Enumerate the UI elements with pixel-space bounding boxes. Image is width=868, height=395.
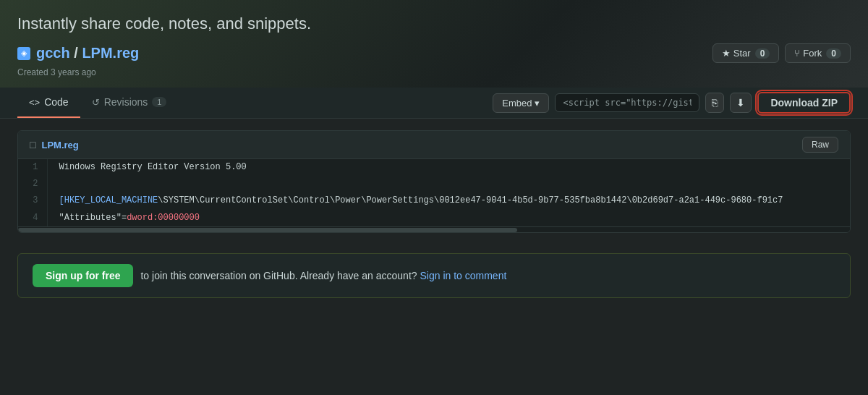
table-row: 4 "Attributes"=dword:00000000 [18, 210, 850, 226]
scrollbar-track[interactable] [18, 226, 850, 232]
line-code: Windows Registry Editor Version 5.00 [47, 159, 850, 176]
line-code: "Attributes"=dword:00000000 [47, 210, 850, 226]
filename-link[interactable]: LPM.reg [82, 45, 139, 61]
tab-code-label: Code [44, 96, 68, 108]
line-number: 2 [18, 176, 47, 192]
code-area[interactable]: 1 Windows Registry Editor Version 5.00 2… [18, 159, 850, 232]
repo-title: ◈ gcch / LPM.reg [17, 45, 139, 61]
table-row: 1 Windows Registry Editor Version 5.00 [18, 159, 850, 176]
tabs-right: Embed ▾ ⎘ ⬇ Download ZIP [493, 92, 851, 114]
table-row: 2 [18, 176, 850, 192]
file-viewer: □ LPM.reg Raw 1 Windows Registry Editor … [17, 130, 851, 233]
signup-button[interactable]: Sign up for free [33, 264, 133, 287]
content-area: □ LPM.reg Raw 1 Windows Registry Editor … [0, 119, 868, 245]
star-count: 0 [755, 48, 770, 59]
fork-icon: ⑂ [794, 48, 800, 59]
file-title: □ LPM.reg [30, 139, 79, 150]
header: Instantly share code, notes, and snippet… [0, 0, 868, 88]
star-label: Star [733, 48, 751, 59]
line-number: 1 [18, 159, 47, 176]
line-number: 3 [18, 192, 47, 209]
download-icon: ⬇ [736, 97, 745, 109]
clipboard-icon: ⎘ [712, 97, 718, 109]
repo-actions: ★ Star 0 ⑂ Fork 0 [712, 43, 851, 63]
scrollbar-thumb[interactable] [18, 228, 517, 232]
gist-icon: ◈ [17, 47, 30, 60]
signup-button-label: Sign up for free [46, 270, 120, 281]
embed-button[interactable]: Embed ▾ [493, 93, 549, 113]
code-icon: <> [29, 97, 40, 108]
embed-arrow-icon: ▾ [535, 98, 540, 109]
created-info: Created 3 years ago [17, 67, 851, 77]
tabs-left: <> Code ↺ Revisions 1 [17, 88, 178, 118]
line-number: 4 [18, 210, 47, 226]
raw-label: Raw [812, 140, 829, 150]
raw-button[interactable]: Raw [802, 137, 838, 153]
download-icon-button[interactable]: ⬇ [730, 93, 752, 113]
code-table: 1 Windows Registry Editor Version 5.00 2… [18, 159, 850, 226]
file-header: □ LPM.reg Raw [18, 131, 850, 159]
file-name: LPM.reg [41, 140, 78, 150]
embed-label: Embed [502, 98, 532, 109]
tab-revisions[interactable]: ↺ Revisions 1 [80, 88, 179, 118]
tab-code[interactable]: <> Code [17, 88, 80, 118]
signup-text: to join this conversation on GitHub. Alr… [140, 270, 506, 281]
line-code: [HKEY_LOCAL_MACHINE\SYSTEM\CurrentContro… [47, 192, 850, 209]
table-row: 3 [HKEY_LOCAL_MACHINE\SYSTEM\CurrentCont… [18, 192, 850, 209]
repo-path: gcch / LPM.reg [36, 45, 139, 61]
tagline: Instantly share code, notes, and snippet… [17, 14, 851, 33]
tabs-bar: <> Code ↺ Revisions 1 Embed ▾ ⎘ ⬇ Downlo… [0, 88, 868, 119]
tab-revisions-label: Revisions [104, 96, 148, 108]
star-icon: ★ [722, 48, 731, 59]
embed-input[interactable] [555, 93, 699, 112]
download-zip-label: Download ZIP [770, 97, 838, 109]
signin-link[interactable]: Sign in to comment [420, 270, 506, 281]
star-button[interactable]: ★ Star 0 [712, 43, 780, 63]
signup-bar: Sign up for free to join this conversati… [17, 253, 851, 298]
separator: / [74, 45, 82, 61]
fork-count: 0 [826, 48, 841, 59]
download-zip-button[interactable]: Download ZIP [757, 92, 851, 114]
file-type-icon: □ [30, 139, 35, 150]
fork-button[interactable]: ⑂ Fork 0 [785, 43, 851, 63]
line-code [47, 176, 850, 192]
owner-link[interactable]: gcch [36, 45, 70, 61]
fork-label: Fork [803, 48, 822, 59]
revisions-icon: ↺ [92, 97, 100, 108]
revisions-count: 1 [152, 97, 166, 107]
signup-message: to join this conversation on GitHub. Alr… [140, 270, 417, 281]
clipboard-button[interactable]: ⎘ [705, 93, 724, 113]
